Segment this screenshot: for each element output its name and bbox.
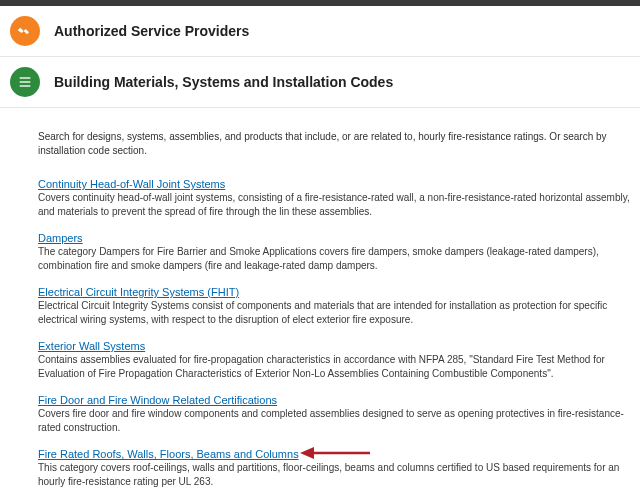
- link-fire-door-window[interactable]: Fire Door and Fire Window Related Certif…: [38, 394, 277, 406]
- entry-desc: Covers continuity head-of-wall joint sys…: [38, 191, 630, 218]
- entry-desc: Covers fire door and fire window compone…: [38, 407, 630, 434]
- svg-marker-4: [300, 447, 314, 459]
- link-exterior-wall-systems[interactable]: Exterior Wall Systems: [38, 340, 145, 352]
- section-title: Building Materials, Systems and Installa…: [54, 74, 393, 90]
- section-title: Authorized Service Providers: [54, 23, 249, 39]
- entry-desc: Electrical Circuit Integrity Systems con…: [38, 299, 630, 326]
- list-icon: [10, 67, 40, 97]
- content-area: Search for designs, systems, assemblies,…: [0, 108, 640, 500]
- header-building-materials[interactable]: Building Materials, Systems and Installa…: [0, 57, 640, 108]
- list-item: Exterior Wall Systems Contains assemblie…: [38, 340, 630, 380]
- link-continuity-head-of-wall[interactable]: Continuity Head-of-Wall Joint Systems: [38, 178, 225, 190]
- svg-rect-1: [20, 81, 31, 82]
- list-item: Fire Door and Fire Window Related Certif…: [38, 394, 630, 434]
- entry-desc: The category Dampers for Fire Barrier an…: [38, 245, 630, 272]
- entry-desc: This category covers roof-ceilings, wall…: [38, 461, 630, 488]
- list-item: Electrical Circuit Integrity Systems (FH…: [38, 286, 630, 326]
- list-item: Continuity Head-of-Wall Joint Systems Co…: [38, 178, 630, 218]
- link-dampers[interactable]: Dampers: [38, 232, 83, 244]
- svg-rect-0: [20, 77, 31, 78]
- link-electrical-circuit-integrity[interactable]: Electrical Circuit Integrity Systems (FH…: [38, 286, 239, 298]
- intro-text: Search for designs, systems, assemblies,…: [38, 130, 630, 158]
- handshake-icon: [10, 16, 40, 46]
- header-authorized-service-providers[interactable]: Authorized Service Providers: [0, 6, 640, 57]
- link-fire-rated-roofs-us[interactable]: Fire Rated Roofs, Walls, Floors, Beams a…: [38, 448, 299, 460]
- list-item: Fire Rated Roofs, Walls, Floors, Beams a…: [38, 448, 630, 488]
- entry-desc: Contains assemblies evaluated for fire-p…: [38, 353, 630, 380]
- annotation-arrow-icon: [300, 443, 370, 463]
- list-item: Dampers The category Dampers for Fire Ba…: [38, 232, 630, 272]
- svg-rect-2: [20, 85, 31, 86]
